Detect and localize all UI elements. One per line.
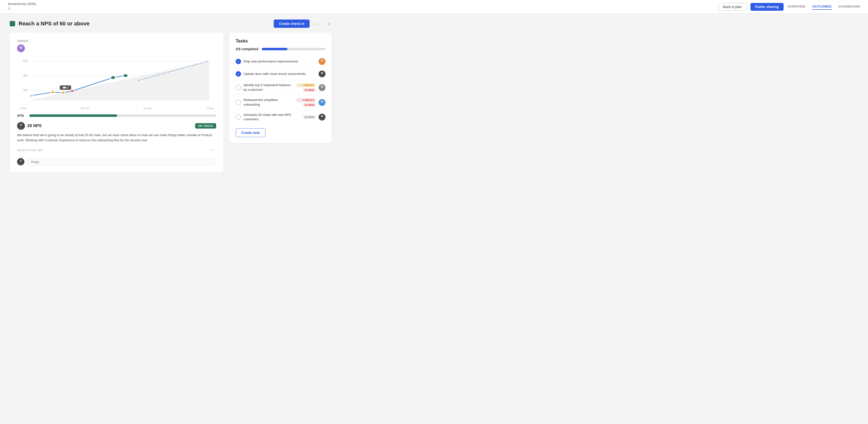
task-meta-3: 🕐 2 WEEKS 15 MAR (296, 83, 316, 92)
task-date-4: 24 MAR (303, 103, 316, 107)
outcome-actions: Create check in ··· → (274, 20, 332, 28)
task-item: Schedule 20 chats with low-NPS customers… (236, 110, 326, 125)
tab-overview[interactable]: OVERVIEW (787, 4, 806, 10)
task-checkbox-4[interactable] (236, 100, 241, 105)
svg-point-18 (123, 74, 128, 77)
clock-icon-4: 🕐 (298, 98, 301, 102)
task-checkbox-2[interactable]: ✓ (236, 71, 241, 77)
nav-tabs: OVERVIEW OUTCOMES DASHBOARD (787, 4, 860, 10)
reply-input[interactable] (27, 158, 216, 165)
tab-outcomes[interactable]: OUTCOMES (812, 4, 832, 10)
svg-point-31 (321, 115, 323, 117)
svg-point-28 (320, 89, 324, 91)
task-checkbox-3[interactable] (236, 85, 241, 90)
more-options-button[interactable]: ··· (312, 20, 322, 28)
main-content: Reach a NPS of 60 or above Create check … (0, 14, 342, 178)
owner-avatar (17, 44, 25, 52)
checkin-more-button[interactable]: ··· (208, 147, 216, 153)
svg-point-21 (20, 159, 22, 162)
x-label-1: 5 Feb (20, 107, 26, 110)
svg-point-12 (51, 91, 54, 93)
task-item: ✓ Ship new performance improvements (236, 55, 326, 68)
svg-point-26 (320, 75, 324, 77)
checkin-nps-value: 28 NPS (27, 123, 42, 128)
on-track-badge: ON TRACK (195, 123, 216, 128)
hash-icon: # (8, 6, 36, 11)
outcome-color-box (10, 21, 15, 26)
svg-point-22 (18, 163, 23, 165)
nav-right: Back to plan Public sharing OVERVIEW OUT… (718, 3, 861, 11)
svg-text:60: 60 (23, 59, 28, 63)
checkin-meta: 28 NPS (17, 122, 42, 130)
breadcrumb: Acme/Acme OKRs (8, 2, 36, 6)
chart-x-labels: 5 Feb 28 Feb 23 Mar 15 Apr (17, 107, 216, 110)
create-task-button[interactable]: Create task (236, 128, 266, 137)
task-checkbox-5[interactable] (236, 114, 241, 120)
task-overdue-weeks-4: 🕐 4 WEEKS (296, 98, 316, 102)
svg-point-29 (321, 100, 323, 103)
svg-point-20 (18, 127, 24, 130)
svg-text:💬2: 💬2 (62, 86, 69, 89)
svg-point-14 (70, 90, 74, 92)
task-item: ✓ Update docs with most recent screensho… (236, 68, 326, 80)
task-text-3: Identify top 5 requested features by cus… (244, 83, 293, 92)
reply-avatar (17, 158, 24, 165)
checkin-box: 28 NPS ON TRACK We believe that we're go… (17, 122, 216, 165)
progress-row: 47% (17, 114, 216, 118)
tasks-progress-row: 2/5 completed (236, 47, 326, 51)
outcome-header: Reach a NPS of 60 or above Create check … (10, 20, 332, 28)
tab-dashboard[interactable]: DASHBOARD (838, 4, 860, 10)
svg-point-24 (320, 62, 324, 65)
svg-point-30 (320, 103, 324, 106)
checkin-time: about 10 hours ago (17, 148, 42, 152)
owner-label: OWNER (17, 39, 216, 42)
navigate-arrow-button[interactable]: → (325, 20, 332, 28)
task-assignee-1 (319, 58, 326, 65)
checkin-user-avatar (17, 122, 25, 130)
task-text-4: Released the simplified onboarding (244, 98, 293, 107)
task-assignee-2 (319, 70, 326, 77)
task-overdue-weeks-3: 🕐 2 WEEKS (296, 83, 316, 87)
tasks-progress-track (262, 48, 326, 50)
task-date-3: 15 MAR (303, 88, 316, 92)
x-label-2: 28 Feb (81, 107, 89, 110)
checkin-footer: about 10 hours ago ··· (17, 147, 216, 153)
left-card: OWNER 60 40 20 (10, 33, 223, 173)
svg-point-32 (320, 118, 324, 121)
tasks-progress-label: 2/5 completed (236, 47, 258, 51)
task-assignee-5 (319, 114, 326, 121)
chart-area: 60 40 20 💬 (17, 56, 216, 105)
checkin-header: 28 NPS ON TRACK (17, 122, 216, 130)
clock-icon-3: 🕐 (298, 84, 301, 87)
outcome-title-group: Reach a NPS of 60 or above (10, 21, 90, 27)
progress-fill (29, 114, 117, 117)
public-sharing-button[interactable]: Public sharing (750, 3, 783, 11)
task-meta-5: 29 MAR (303, 115, 316, 119)
reply-row (17, 158, 216, 165)
svg-point-1 (18, 49, 24, 52)
task-date-5: 29 MAR (303, 115, 316, 119)
outcome-title: Reach a NPS of 60 or above (19, 21, 90, 27)
tasks-progress-fill (262, 48, 287, 50)
task-text-1: Ship new performance improvements (244, 59, 316, 64)
svg-point-11 (30, 94, 33, 97)
task-checkbox-1[interactable]: ✓ (236, 59, 241, 64)
reply-avatar-image (17, 158, 24, 165)
progress-track (29, 114, 216, 117)
svg-text:40: 40 (23, 74, 28, 77)
task-item: Identify top 5 requested features by cus… (236, 80, 326, 95)
checkin-body: We believe that we're going to be steady… (17, 133, 216, 143)
create-checkin-button[interactable]: Create check in (274, 20, 310, 28)
task-assignee-4 (319, 99, 326, 106)
task-meta-4: 🕐 4 WEEKS 24 MAR (296, 98, 316, 107)
task-text-5: Schedule 20 chats with low-NPS customers (244, 113, 300, 122)
svg-point-0 (20, 46, 23, 49)
svg-point-17 (111, 76, 115, 79)
back-to-plan-button[interactable]: Back to plan (718, 3, 746, 11)
two-col-layout: OWNER 60 40 20 (10, 33, 332, 173)
right-card: Tasks 2/5 completed ✓ Ship new performan… (229, 33, 332, 143)
svg-point-25 (321, 72, 323, 74)
x-label-3: 23 Mar (143, 107, 152, 110)
nav-left: Acme/Acme OKRs # (8, 2, 36, 11)
svg-text:20: 20 (23, 89, 28, 92)
